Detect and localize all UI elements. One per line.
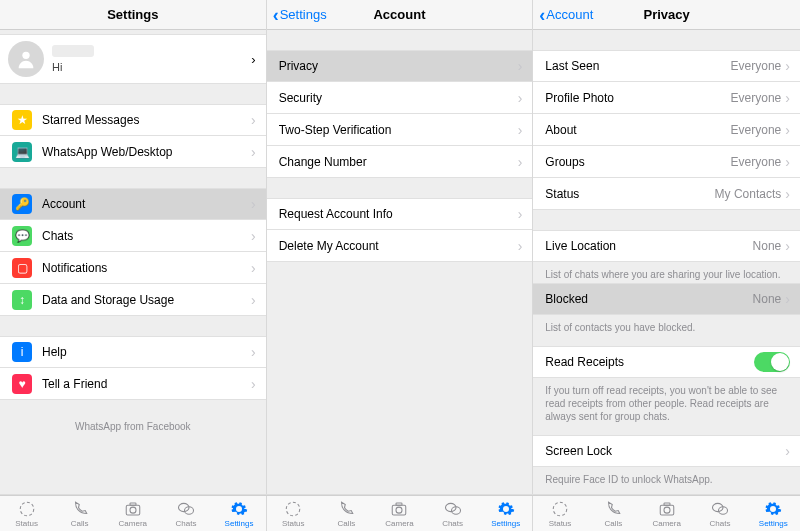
row-screen-lock[interactable]: Screen Lock › bbox=[533, 435, 800, 467]
svg-rect-4 bbox=[130, 503, 136, 505]
settings-screen: Settings Hi › ★Starred Messages›💻WhatsAp… bbox=[0, 0, 267, 494]
svg-point-1 bbox=[20, 502, 34, 516]
status-icon bbox=[551, 500, 569, 518]
row-label: Data and Storage Usage bbox=[42, 293, 251, 307]
row-status[interactable]: Status My Contacts › bbox=[533, 178, 800, 210]
row-security[interactable]: Security› bbox=[267, 82, 533, 114]
profile-name-redacted bbox=[52, 45, 94, 57]
row-data-storage[interactable]: ↕Data and Storage Usage› bbox=[0, 284, 266, 316]
svg-point-5 bbox=[178, 503, 189, 511]
status-icon bbox=[18, 500, 36, 518]
tab-settings[interactable]: Settings bbox=[747, 496, 800, 531]
row-value: Everyone bbox=[731, 155, 782, 169]
tab-camera[interactable]: Camera bbox=[106, 496, 159, 531]
svg-point-11 bbox=[445, 503, 456, 511]
svg-rect-10 bbox=[396, 503, 402, 505]
row-two-step[interactable]: Two-Step Verification› bbox=[267, 114, 533, 146]
navbar-settings: Settings bbox=[0, 0, 266, 30]
row-privacy[interactable]: Privacy› bbox=[267, 50, 533, 82]
row-groups[interactable]: Groups Everyone › bbox=[533, 146, 800, 178]
read-receipts-toggle[interactable] bbox=[754, 352, 790, 372]
back-label: Account bbox=[546, 7, 593, 22]
settings-footer: WhatsApp from Facebook bbox=[0, 400, 266, 435]
tab-status[interactable]: Status bbox=[533, 496, 586, 531]
row-label: Status bbox=[545, 187, 714, 201]
tab-chats[interactable]: Chats bbox=[426, 496, 479, 531]
tab-label: Settings bbox=[225, 519, 254, 528]
row-about[interactable]: About Everyone › bbox=[533, 114, 800, 146]
tab-chats[interactable]: Chats bbox=[693, 496, 746, 531]
row-label: Account bbox=[42, 197, 251, 211]
data-storage-icon: ↕ bbox=[12, 290, 32, 310]
tab-settings[interactable]: Settings bbox=[213, 496, 266, 531]
chevron-right-icon: › bbox=[251, 52, 255, 67]
back-button[interactable]: ‹ Settings bbox=[273, 6, 327, 24]
row-change-number[interactable]: Change Number› bbox=[267, 146, 533, 178]
back-label: Settings bbox=[280, 7, 327, 22]
navbar-account: ‹ Settings Account bbox=[267, 0, 533, 30]
row-value: Everyone bbox=[731, 91, 782, 105]
row-value: None bbox=[753, 239, 782, 253]
tab-status[interactable]: Status bbox=[267, 496, 320, 531]
footer-blocked: List of contacts you have blocked. bbox=[533, 315, 800, 336]
tab-calls[interactable]: Calls bbox=[53, 496, 106, 531]
row-account[interactable]: 🔑Account› bbox=[0, 188, 266, 220]
row-profile-photo[interactable]: Profile Photo Everyone › bbox=[533, 82, 800, 114]
chevron-right-icon: › bbox=[251, 345, 256, 359]
settings-icon bbox=[497, 500, 515, 518]
row-whatsapp-web[interactable]: 💻WhatsApp Web/Desktop› bbox=[0, 136, 266, 168]
row-delete-account[interactable]: Delete My Account› bbox=[267, 230, 533, 262]
tab-status[interactable]: Status bbox=[0, 496, 53, 531]
chevron-right-icon: › bbox=[785, 59, 790, 73]
row-label: Delete My Account bbox=[279, 239, 518, 253]
svg-point-0 bbox=[22, 52, 29, 59]
row-label: Chats bbox=[42, 229, 251, 243]
row-blocked[interactable]: Blocked None › bbox=[533, 283, 800, 315]
chevron-left-icon: ‹ bbox=[273, 6, 279, 24]
row-live-location[interactable]: Live Location None › bbox=[533, 230, 800, 262]
row-label: Privacy bbox=[279, 59, 518, 73]
navbar-title: Account bbox=[373, 7, 425, 22]
chevron-right-icon: › bbox=[518, 239, 523, 253]
tab-camera[interactable]: Camera bbox=[640, 496, 693, 531]
chevron-right-icon: › bbox=[251, 229, 256, 243]
row-label: Profile Photo bbox=[545, 91, 730, 105]
tab-camera[interactable]: Camera bbox=[373, 496, 426, 531]
chevron-right-icon: › bbox=[518, 123, 523, 137]
tab-settings[interactable]: Settings bbox=[479, 496, 532, 531]
svg-rect-16 bbox=[664, 503, 670, 505]
row-help[interactable]: iHelp› bbox=[0, 336, 266, 368]
row-request-info[interactable]: Request Account Info› bbox=[267, 198, 533, 230]
tab-calls[interactable]: Calls bbox=[320, 496, 373, 531]
back-button[interactable]: ‹ Account bbox=[539, 6, 593, 24]
tab-chats[interactable]: Chats bbox=[159, 496, 212, 531]
row-value: None bbox=[753, 292, 782, 306]
chats-icon bbox=[711, 500, 729, 518]
chevron-right-icon: › bbox=[785, 155, 790, 169]
row-label: Help bbox=[42, 345, 251, 359]
row-chats[interactable]: 💬Chats› bbox=[0, 220, 266, 252]
row-label: Screen Lock bbox=[545, 444, 785, 458]
row-starred-messages[interactable]: ★Starred Messages› bbox=[0, 104, 266, 136]
row-label: Two-Step Verification bbox=[279, 123, 518, 137]
tab-label: Calls bbox=[71, 519, 89, 528]
chevron-right-icon: › bbox=[518, 59, 523, 73]
chevron-right-icon: › bbox=[785, 91, 790, 105]
row-tell-a-friend[interactable]: ♥Tell a Friend› bbox=[0, 368, 266, 400]
settings-icon bbox=[230, 500, 248, 518]
row-notifications[interactable]: ▢Notifications› bbox=[0, 252, 266, 284]
tab-label: Camera bbox=[652, 519, 680, 528]
tab-calls[interactable]: Calls bbox=[587, 496, 640, 531]
chevron-right-icon: › bbox=[785, 187, 790, 201]
profile-row[interactable]: Hi › bbox=[0, 34, 266, 84]
status-icon bbox=[284, 500, 302, 518]
row-value: Everyone bbox=[731, 59, 782, 73]
row-label: Blocked bbox=[545, 292, 752, 306]
row-last-seen[interactable]: Last Seen Everyone › bbox=[533, 50, 800, 82]
row-label: Request Account Info bbox=[279, 207, 518, 221]
row-value: My Contacts bbox=[715, 187, 782, 201]
chevron-right-icon: › bbox=[251, 377, 256, 391]
chevron-right-icon: › bbox=[518, 155, 523, 169]
calls-icon bbox=[71, 500, 89, 518]
notifications-icon: ▢ bbox=[12, 258, 32, 278]
